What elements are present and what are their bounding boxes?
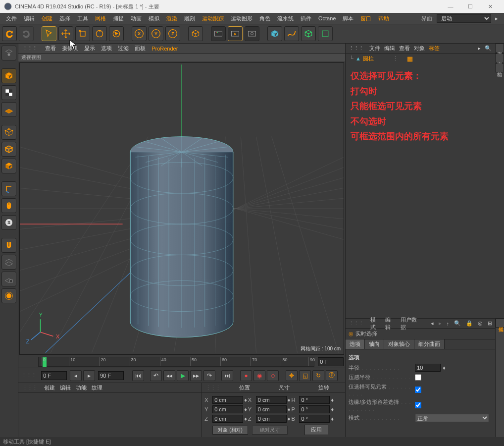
vp-menu-panel[interactable]: 面板: [135, 45, 146, 52]
attr-side-tab[interactable]: 属性: [496, 319, 504, 328]
grip-icon[interactable]: ⋮⋮⋮: [22, 385, 37, 391]
vp-menu-view[interactable]: 查看: [45, 45, 56, 52]
move-tool[interactable]: [58, 26, 73, 41]
autokey-button[interactable]: ◉: [253, 370, 265, 381]
vis-toggle-icon[interactable]: ⋮: [393, 56, 398, 62]
mouse-button[interactable]: [1, 198, 16, 213]
workplane-snap-button[interactable]: [1, 255, 16, 270]
y-axis-button[interactable]: Y: [149, 26, 163, 41]
timeline-ruler[interactable]: 0 10 20 30 40 50 60 70 80 90: [38, 357, 314, 367]
menu-character[interactable]: 角色: [256, 14, 273, 23]
obj-search-icon[interactable]: 🔍: [485, 45, 492, 52]
record-button[interactable]: ●: [240, 370, 252, 381]
pos-z-field[interactable]: [212, 415, 243, 423]
polygon-mode-button[interactable]: [1, 159, 16, 173]
attr-target-icon[interactable]: ◎: [478, 320, 483, 327]
menu-mograph[interactable]: 运动图形: [228, 14, 255, 23]
end-frame-field[interactable]: [98, 371, 124, 380]
rot-b-field[interactable]: [299, 415, 330, 423]
attr-new-icon[interactable]: ⊞: [488, 320, 492, 327]
scale-tool[interactable]: [75, 26, 90, 41]
viewport[interactable]: X Y Z 网格间距 : 100 cm: [19, 62, 344, 355]
mat-menu-func[interactable]: 功能: [76, 384, 87, 391]
minimize-button[interactable]: —: [441, 0, 460, 13]
obj-menu-object[interactable]: 对象: [414, 45, 425, 52]
vp-menu-camera[interactable]: 摄像机: [62, 45, 78, 52]
apply-button[interactable]: 应用: [304, 425, 328, 435]
menu-animate[interactable]: 动画: [128, 14, 145, 23]
tree-item-cylinder[interactable]: 圆柱: [363, 55, 374, 62]
menu-select[interactable]: 选择: [56, 14, 73, 23]
pos-x-field[interactable]: [212, 396, 243, 404]
x-axis-button[interactable]: X: [132, 26, 147, 41]
menu-mesh[interactable]: 网格: [92, 14, 109, 23]
mat-menu-create[interactable]: 创建: [44, 384, 55, 391]
axis-button[interactable]: [1, 181, 16, 196]
layout-menu-icon[interactable]: ▸: [492, 14, 501, 23]
key-move-button[interactable]: ✥: [286, 370, 298, 381]
menu-sculpt[interactable]: 雕刻: [181, 14, 198, 23]
z-axis-button[interactable]: Z: [165, 26, 180, 41]
obj-menu-view[interactable]: 查看: [399, 45, 410, 52]
primitive-cube-button[interactable]: [267, 26, 282, 41]
size-x-field[interactable]: [256, 396, 287, 404]
menu-file[interactable]: 文件: [3, 14, 20, 23]
solo-button[interactable]: [1, 288, 16, 303]
tag-icon[interactable]: ▦: [407, 55, 413, 62]
viewport-canvas[interactable]: X Y Z: [20, 63, 344, 354]
key-rotate-button[interactable]: ↻: [312, 370, 324, 381]
generator-button[interactable]: [301, 26, 316, 41]
layout-select[interactable]: 启动: [437, 14, 491, 23]
menu-motiontrack[interactable]: 运动跟踪: [199, 14, 227, 23]
select-tool[interactable]: [42, 26, 56, 41]
edge-mode-button[interactable]: [1, 142, 16, 157]
vp-menu-display[interactable]: 显示: [84, 45, 95, 52]
attr-fwd-icon[interactable]: ▸: [439, 320, 442, 327]
start-frame-field[interactable]: [41, 371, 67, 380]
size-z-field[interactable]: [256, 415, 287, 423]
menu-render[interactable]: 渲染: [163, 14, 180, 23]
grip-icon[interactable]: ⋮⋮⋮: [22, 45, 37, 52]
abs-size-button[interactable]: 绝对尺寸: [252, 426, 288, 435]
menu-plugins[interactable]: 插件: [298, 14, 314, 23]
attr-lock-icon[interactable]: 🔒: [466, 320, 473, 327]
side-tab-hierarchy[interactable]: 层次: [495, 44, 504, 53]
pressure-checkbox[interactable]: [415, 374, 421, 381]
mode-select[interactable]: 正常: [415, 414, 489, 422]
menu-script[interactable]: 脚本: [340, 14, 356, 23]
tree-expand-icon[interactable]: └: [350, 56, 353, 61]
attr-back-icon[interactable]: ◂: [431, 320, 434, 327]
grip-icon[interactable]: ⋮⋮⋮: [205, 385, 220, 391]
menu-help[interactable]: 帮助: [375, 14, 392, 23]
lasso-tool[interactable]: [109, 26, 124, 41]
workplane-button[interactable]: [1, 102, 16, 117]
rotate-tool[interactable]: [92, 26, 107, 41]
menu-simulate[interactable]: 模拟: [146, 14, 162, 23]
grip-icon[interactable]: ⋮⋮⋮: [349, 45, 363, 52]
pos-y-field[interactable]: [212, 405, 243, 413]
spline-button[interactable]: [284, 26, 299, 41]
menu-edit[interactable]: 编辑: [21, 14, 38, 23]
prev-frame-button[interactable]: ◂◂: [163, 370, 175, 381]
loop-back-button[interactable]: ↶: [150, 370, 162, 381]
grip-icon[interactable]: ⋮⋮⋮: [349, 320, 363, 327]
size-y-field[interactable]: [256, 405, 287, 413]
render-region-button[interactable]: [228, 26, 243, 41]
close-button[interactable]: ✕: [480, 0, 500, 13]
key-scale-button[interactable]: ◱: [299, 370, 311, 381]
menu-octane[interactable]: Octane: [315, 14, 339, 22]
visible-only-checkbox[interactable]: [415, 387, 421, 393]
maximize-button[interactable]: ☐: [460, 0, 480, 13]
obj-menu-file[interactable]: 文件: [369, 45, 380, 52]
vp-menu-filter[interactable]: 过滤: [118, 45, 129, 52]
tab-axial[interactable]: 轴向: [365, 339, 384, 349]
model-mode-button[interactable]: [1, 68, 16, 83]
tab-options[interactable]: 选项: [346, 339, 365, 349]
lock-workplane-button[interactable]: [1, 272, 16, 286]
rot-p-field[interactable]: [299, 405, 330, 413]
goto-end-button[interactable]: ⏭: [221, 370, 233, 381]
radius-field[interactable]: [415, 364, 441, 372]
menu-tools[interactable]: 工具: [74, 14, 91, 23]
menu-pipeline[interactable]: 流水线: [274, 14, 297, 23]
tolerance-checkbox[interactable]: [415, 402, 421, 408]
